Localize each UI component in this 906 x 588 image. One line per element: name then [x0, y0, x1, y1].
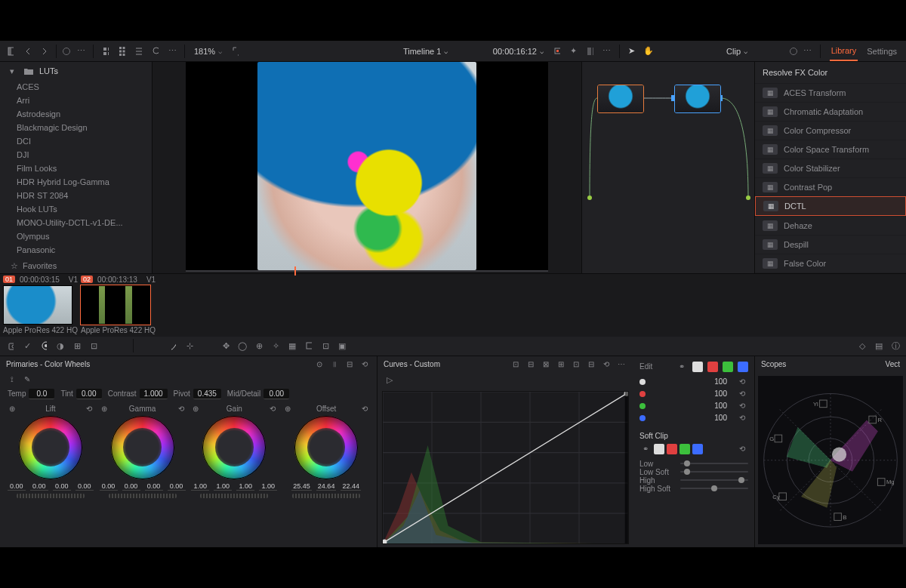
- key-icon[interactable]: [303, 340, 315, 352]
- clip-thumbnail[interactable]: 0100:00:03:15V1 Apple ProRes 422 HQ: [3, 276, 78, 334]
- lut-folder-item[interactable]: DCI: [0, 134, 152, 148]
- color-match-icon[interactable]: ✓: [21, 340, 33, 352]
- curve-intensity-row[interactable]: 100 ⟲: [639, 400, 748, 412]
- lut-folder-item[interactable]: Blackmagic Design: [0, 121, 152, 134]
- vectorscope[interactable]: R Mg B Cy G Yl: [758, 376, 903, 545]
- color-wheel-gamma[interactable]: ⊕Gamma⟲0.000.000.000.00: [101, 405, 184, 498]
- ym-slider[interactable]: [17, 494, 85, 498]
- 3d-icon[interactable]: ▣: [336, 340, 348, 352]
- more-icon[interactable]: ⋯: [615, 359, 627, 371]
- pointer-icon[interactable]: ➤: [626, 45, 638, 57]
- wheel-value[interactable]: 1.00: [191, 482, 209, 491]
- link-icon[interactable]: ⚭: [639, 443, 652, 455]
- lut-folder-item[interactable]: Arri: [0, 94, 152, 107]
- ym-slider[interactable]: [292, 494, 360, 498]
- more-icon[interactable]: ⋯: [75, 45, 87, 57]
- wheel-value[interactable]: 0.00: [168, 482, 186, 491]
- lut-folder-item[interactable]: MONO-Utility-DCTL-v1-DE...: [0, 216, 152, 229]
- target-icon[interactable]: ⊕: [285, 405, 291, 413]
- sc-chip-lum[interactable]: [654, 444, 664, 454]
- fx-item[interactable]: ▦False Color: [755, 254, 906, 272]
- wheel-value[interactable]: 0.00: [76, 482, 94, 491]
- fx-item[interactable]: ▦DCTL: [755, 196, 906, 216]
- lut-folder-item[interactable]: ACES: [0, 80, 152, 94]
- curves-hvl-icon[interactable]: ⊞: [555, 359, 567, 371]
- info-icon[interactable]: ⓘ: [889, 340, 901, 352]
- softclip-low[interactable]: Low: [639, 460, 748, 468]
- log-mode-icon[interactable]: ⊟: [344, 359, 356, 371]
- curves-hvh-icon[interactable]: ⊟: [525, 359, 537, 371]
- curves-hvs-icon[interactable]: ⊠: [540, 359, 552, 371]
- timeline-dropdown[interactable]: Timeline 1 ⌵: [400, 45, 451, 57]
- reset-icon[interactable]: ⟲: [362, 405, 368, 413]
- curve-intensity-row[interactable]: 100 ⟲: [639, 412, 748, 424]
- timecode-field[interactable]: 00:00:16:12 ⌵: [490, 45, 547, 57]
- lut-folder-item[interactable]: DJI: [0, 148, 152, 162]
- scopes-toggle-icon[interactable]: ▤: [873, 340, 885, 352]
- tint-field[interactable]: 0.00: [76, 389, 102, 399]
- window-icon[interactable]: ◯: [236, 340, 248, 352]
- more-icon[interactable]: ⋯: [802, 45, 814, 57]
- edit-chip-red[interactable]: [707, 362, 718, 372]
- reset-icon[interactable]: ⟲: [736, 376, 748, 388]
- target-icon[interactable]: ⊕: [193, 405, 199, 413]
- middetail-field[interactable]: 0.00: [263, 389, 289, 399]
- color-wheel-gain[interactable]: ⊕Gain⟲1.001.001.001.00: [193, 405, 276, 498]
- curves-svs-icon[interactable]: ⊟: [585, 359, 597, 371]
- magic-mask-icon[interactable]: ✧: [270, 340, 282, 352]
- edit-chip-green[interactable]: [723, 362, 733, 372]
- reset-icon[interactable]: ⟲: [600, 359, 612, 371]
- clip-mode-dropdown[interactable]: Clip ⌵: [723, 45, 750, 57]
- tab-library[interactable]: Library: [830, 42, 858, 61]
- fx-item[interactable]: ▦Dehaze: [755, 216, 906, 235]
- reset-icon[interactable]: ⟲: [736, 400, 748, 412]
- wheel-value[interactable]: 0.00: [30, 482, 48, 491]
- wheel-value[interactable]: 1.00: [236, 482, 254, 491]
- view-list-icon[interactable]: [133, 45, 145, 57]
- target-icon[interactable]: ⊕: [101, 405, 107, 413]
- fx-item[interactable]: ▦Color Space Transform: [755, 140, 906, 159]
- reset-icon[interactable]: ⟲: [736, 443, 748, 455]
- softclip-high[interactable]: High: [639, 476, 748, 485]
- color-wheel-offset[interactable]: ⊕Offset⟲25.4524.6422.44: [285, 405, 368, 498]
- warper-icon[interactable]: ⊹: [183, 340, 196, 352]
- more-icon[interactable]: ⋯: [166, 45, 178, 57]
- fx-item[interactable]: ▦Despill: [755, 235, 906, 254]
- hdr-icon[interactable]: ◑: [54, 340, 66, 352]
- reset-icon[interactable]: ⟲: [270, 405, 276, 413]
- lut-folder-item[interactable]: HDR ST 2084: [0, 189, 152, 202]
- wheel-value[interactable]: 0.00: [145, 482, 163, 491]
- tracking-icon[interactable]: ⊕: [253, 340, 265, 352]
- temp-field[interactable]: 0.0: [29, 389, 54, 399]
- viewer[interactable]: [153, 62, 581, 270]
- rgb-mixer-icon[interactable]: ⊞: [71, 340, 83, 352]
- fx-item[interactable]: ▦ACES Transform: [755, 83, 906, 102]
- wheel-value[interactable]: 22.44: [341, 482, 361, 491]
- more-icon[interactable]: ⋯: [601, 45, 613, 57]
- bars-mode-icon[interactable]: ⦀: [328, 359, 341, 371]
- reset-icon[interactable]: ⟲: [736, 388, 748, 400]
- wheel-value[interactable]: 1.00: [214, 482, 232, 491]
- play-icon[interactable]: ▷: [384, 374, 396, 386]
- lut-folder-item[interactable]: Film Looks: [0, 162, 152, 175]
- reset-icon[interactable]: ⟲: [86, 405, 92, 413]
- lut-folder-item[interactable]: Astrodesign: [0, 107, 152, 121]
- fx-item[interactable]: ▦Color Stabilizer: [755, 159, 906, 177]
- chevron-down-icon[interactable]: ▾: [6, 65, 18, 77]
- playhead[interactable]: [294, 266, 296, 276]
- camera-raw-icon[interactable]: [5, 340, 17, 352]
- softclip-high-soft[interactable]: High Soft: [639, 485, 748, 493]
- wheel-value[interactable]: 0.00: [122, 482, 140, 491]
- wheel-value[interactable]: 0.00: [100, 482, 118, 491]
- color-wheel-lift[interactable]: ⊕Lift⟲0.000.000.000.00: [9, 405, 92, 498]
- curve-intensity-row[interactable]: 100 ⟲: [639, 376, 748, 388]
- view-thumb-small-icon[interactable]: [100, 45, 112, 57]
- marker-dot-icon[interactable]: [63, 48, 70, 55]
- curves-icon[interactable]: [167, 340, 179, 352]
- lut-folder-item[interactable]: Panasonic: [0, 243, 152, 257]
- pick-white-icon[interactable]: ✎: [21, 374, 33, 386]
- edit-chip-blue[interactable]: [738, 362, 748, 372]
- node-1[interactable]: 01 ▣: [597, 85, 644, 113]
- lut-folder-item[interactable]: Olympus: [0, 229, 152, 243]
- curves-custom-icon[interactable]: ⊡: [510, 359, 522, 371]
